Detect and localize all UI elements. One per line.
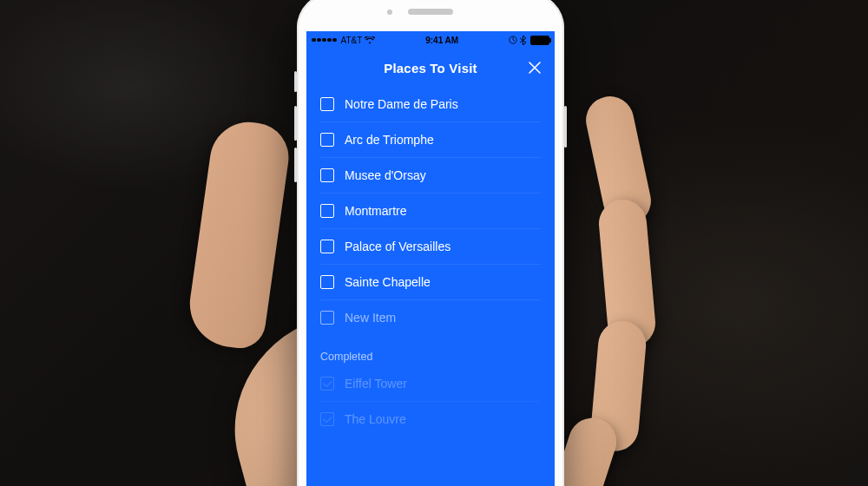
- list-item-label: Notre Dame de Paris: [345, 97, 458, 111]
- list-item[interactable]: Palace of Versailles: [320, 229, 541, 265]
- list-item[interactable]: Arc de Triomphe: [320, 122, 541, 158]
- list-item[interactable]: Musee d'Orsay: [320, 158, 541, 194]
- new-item-row[interactable]: New Item: [320, 300, 541, 335]
- list-item-label: Sainte Chapelle: [345, 275, 431, 289]
- list-item[interactable]: Notre Dame de Paris: [320, 87, 541, 122]
- unchecked-checkbox-icon: [320, 311, 334, 325]
- list-item-label: Arc de Triomphe: [345, 133, 434, 147]
- list-item[interactable]: Montmartre: [320, 194, 541, 229]
- checked-checkbox-icon[interactable]: [320, 377, 334, 391]
- list-item[interactable]: Sainte Chapelle: [320, 265, 541, 300]
- list-item[interactable]: Eiffel Tower: [320, 366, 541, 402]
- checklist-app: Places To Visit Notre Dame de Paris Arc …: [306, 49, 555, 437]
- cell-signal-icon: [312, 38, 337, 43]
- unchecked-checkbox-icon[interactable]: [320, 97, 334, 111]
- close-button[interactable]: [525, 58, 544, 77]
- close-icon: [528, 61, 542, 75]
- unchecked-checkbox-icon[interactable]: [320, 133, 334, 147]
- carrier-label: AT&T: [341, 36, 363, 45]
- app-header: Places To Visit: [306, 49, 555, 87]
- bluetooth-icon: [520, 36, 526, 45]
- completed-section-label: Completed: [306, 335, 555, 366]
- completed-list: Eiffel Tower The Louvre: [306, 366, 555, 437]
- page-title: Places To Visit: [384, 61, 477, 76]
- new-item-placeholder: New Item: [345, 311, 396, 325]
- todo-list: Notre Dame de Paris Arc de Triomphe Muse…: [306, 87, 555, 335]
- list-item[interactable]: The Louvre: [320, 402, 541, 437]
- unchecked-checkbox-icon[interactable]: [320, 168, 334, 182]
- battery-icon: [530, 36, 549, 45]
- ios-status-bar: AT&T 9:41 AM: [306, 31, 555, 49]
- unchecked-checkbox-icon[interactable]: [320, 204, 334, 218]
- iphone-device-frame: AT&T 9:41 AM: [297, 0, 564, 486]
- checked-checkbox-icon[interactable]: [320, 412, 334, 426]
- status-time: 9:41 AM: [425, 36, 458, 45]
- phone-speaker: [408, 9, 453, 15]
- list-item-label: Palace of Versailles: [345, 240, 450, 253]
- list-item-label: The Louvre: [345, 412, 406, 426]
- unchecked-checkbox-icon[interactable]: [320, 275, 334, 289]
- list-item-label: Montmartre: [345, 204, 407, 218]
- list-item-label: Eiffel Tower: [345, 377, 407, 391]
- list-item-label: Musee d'Orsay: [345, 168, 426, 182]
- orientation-lock-icon: [509, 36, 517, 44]
- phone-screen: AT&T 9:41 AM: [306, 31, 555, 486]
- unchecked-checkbox-icon[interactable]: [320, 240, 334, 253]
- wifi-icon: [365, 36, 375, 44]
- phone-front-camera: [387, 10, 392, 15]
